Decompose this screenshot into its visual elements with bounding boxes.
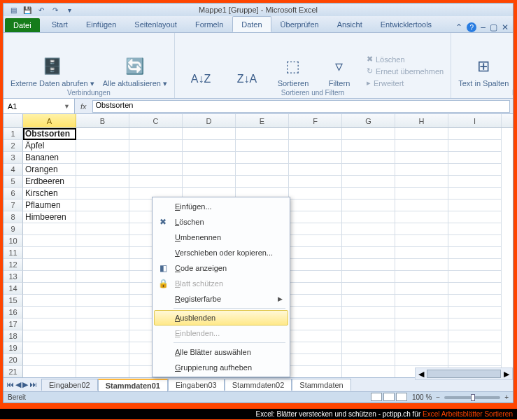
sheet-tab[interactable]: Stammdaten02	[225, 379, 292, 391]
cell[interactable]	[289, 342, 342, 354]
col-header-D[interactable]: D	[183, 114, 236, 127]
filter-button[interactable]: ▿ Filtern	[320, 55, 358, 88]
cell[interactable]	[289, 366, 342, 378]
col-header-H[interactable]: H	[395, 114, 448, 127]
refresh-all-button[interactable]: 🔄 Alle aktualisieren ▾	[103, 55, 167, 88]
row-header[interactable]: 11	[3, 247, 23, 259]
clear-filter[interactable]: ✖Löschen	[367, 55, 444, 64]
cell[interactable]	[289, 164, 342, 176]
cell[interactable]	[129, 140, 183, 152]
cell[interactable]	[129, 164, 183, 176]
cell[interactable]	[395, 164, 448, 176]
cell[interactable]	[448, 318, 502, 330]
context-menu-item[interactable]: ✖Löschen	[154, 214, 288, 230]
cell[interactable]	[23, 259, 76, 271]
tab-entwicklertools[interactable]: Entwicklertools	[371, 16, 441, 32]
cell[interactable]	[23, 283, 76, 295]
cell[interactable]	[342, 223, 395, 235]
row-header[interactable]: 1	[3, 128, 23, 140]
file-tab[interactable]: Datei	[5, 18, 40, 32]
row-header[interactable]: 8	[3, 211, 23, 223]
cell[interactable]	[289, 259, 342, 271]
cell[interactable]	[395, 318, 448, 330]
cell[interactable]	[289, 307, 342, 318]
cell[interactable]	[76, 235, 129, 247]
qat-dropdown-icon[interactable]: ▾	[64, 5, 75, 15]
sheet-nav-next-icon[interactable]: ▶	[22, 380, 28, 389]
tab-einfuegen[interactable]: Einfügen	[77, 16, 125, 32]
cell[interactable]	[23, 354, 76, 366]
row-header[interactable]: 18	[3, 330, 23, 342]
cell[interactable]	[236, 152, 289, 164]
tab-seitenlayout[interactable]: Seitenlayout	[125, 16, 186, 32]
cell[interactable]	[183, 128, 236, 140]
cell[interactable]	[448, 200, 502, 211]
text-to-columns-button[interactable]: ⊞ Text in Spalten	[458, 55, 509, 88]
cell[interactable]	[289, 188, 342, 200]
col-header-B[interactable]: B	[76, 114, 129, 127]
cell[interactable]	[395, 271, 448, 283]
cell[interactable]	[76, 259, 129, 271]
cell[interactable]	[395, 307, 448, 318]
sheet-tab[interactable]: Stammdaten01	[98, 379, 168, 391]
cell[interactable]	[342, 235, 395, 247]
cell[interactable]	[289, 247, 342, 259]
cell[interactable]	[289, 176, 342, 188]
cell[interactable]	[129, 152, 183, 164]
row-header[interactable]: 19	[3, 342, 23, 354]
cell[interactable]	[289, 354, 342, 366]
cell[interactable]	[289, 295, 342, 307]
cell[interactable]	[342, 295, 395, 307]
cell[interactable]	[448, 152, 502, 164]
cell[interactable]	[342, 200, 395, 211]
cell[interactable]: Obstsorten	[23, 128, 76, 140]
cell[interactable]	[23, 330, 76, 342]
col-header-I[interactable]: I	[448, 114, 502, 127]
col-header-A[interactable]: A	[23, 114, 76, 127]
cell[interactable]: Kirschen	[23, 188, 76, 200]
context-menu-item[interactable]: Registerfarbe▶	[154, 291, 288, 307]
cell[interactable]	[76, 128, 129, 140]
close-icon[interactable]: ✕	[502, 22, 509, 32]
cell[interactable]	[448, 307, 502, 318]
cell[interactable]	[76, 152, 129, 164]
advanced-filter[interactable]: ▸Erweitert	[367, 78, 444, 88]
cell[interactable]	[23, 342, 76, 354]
cell[interactable]	[448, 128, 502, 140]
tab-ueberpruefen[interactable]: Überprüfen	[271, 16, 328, 32]
cell[interactable]	[76, 223, 129, 235]
cell[interactable]	[395, 128, 448, 140]
cell[interactable]	[76, 176, 129, 188]
cell[interactable]	[342, 307, 395, 318]
row-header[interactable]: 3	[3, 152, 23, 164]
cell[interactable]	[395, 176, 448, 188]
context-menu-item[interactable]: Gruppierung aufheben	[154, 360, 288, 375]
formula-input[interactable]: Obstsorten	[92, 100, 510, 113]
row-header[interactable]: 12	[3, 259, 23, 271]
cell[interactable]	[23, 223, 76, 235]
select-all-corner[interactable]	[3, 114, 23, 127]
redo-icon[interactable]: ↷	[50, 5, 61, 15]
cell[interactable]	[23, 366, 76, 378]
col-header-E[interactable]: E	[236, 114, 289, 127]
cell[interactable]	[395, 283, 448, 295]
tab-formeln[interactable]: Formeln	[186, 16, 232, 32]
row-header[interactable]: 17	[3, 318, 23, 330]
cell[interactable]	[395, 235, 448, 247]
cell[interactable]	[448, 295, 502, 307]
cell[interactable]	[76, 342, 129, 354]
cell[interactable]	[289, 235, 342, 247]
cell[interactable]	[342, 152, 395, 164]
cell[interactable]	[76, 330, 129, 342]
cell[interactable]	[395, 223, 448, 235]
cell[interactable]	[76, 354, 129, 366]
fx-icon[interactable]: fx	[80, 102, 87, 111]
cell[interactable]	[289, 211, 342, 223]
cell[interactable]	[448, 164, 502, 176]
cell[interactable]	[76, 271, 129, 283]
cell[interactable]	[448, 330, 502, 342]
cell[interactable]	[342, 271, 395, 283]
cell[interactable]	[342, 176, 395, 188]
cell[interactable]	[23, 307, 76, 318]
cell[interactable]	[342, 188, 395, 200]
